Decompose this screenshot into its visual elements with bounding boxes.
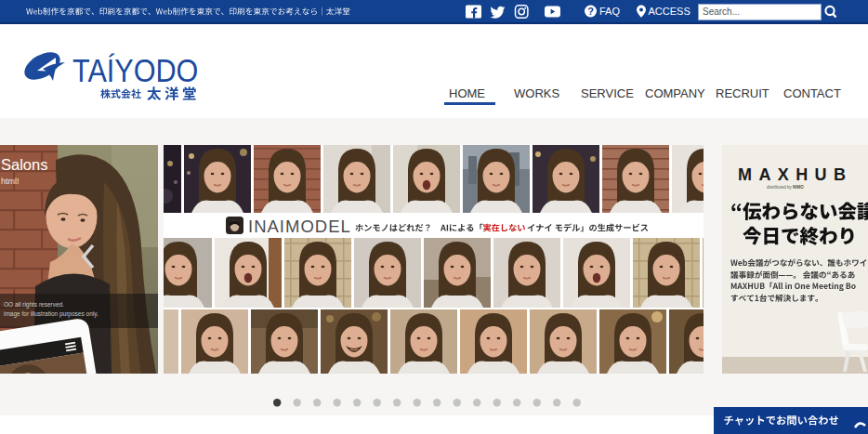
svg-text:ACCESS: ACCESS <box>649 6 690 17</box>
svg-text:distributed by NIMO: distributed by NIMO <box>767 185 804 190</box>
svg-text:image for illustration purpose: image for illustration purposes only. <box>4 310 99 318</box>
svg-text:OO all rights reserved.: OO all rights reserved. <box>4 301 64 309</box>
svg-text:Salons: Salons <box>1 156 47 173</box>
svg-text:?: ? <box>587 6 594 17</box>
svg-text:html!: html! <box>1 177 20 186</box>
svg-text:INAIMODEL: INAIMODEL <box>248 217 351 236</box>
svg-text:FAQ: FAQ <box>599 6 620 17</box>
